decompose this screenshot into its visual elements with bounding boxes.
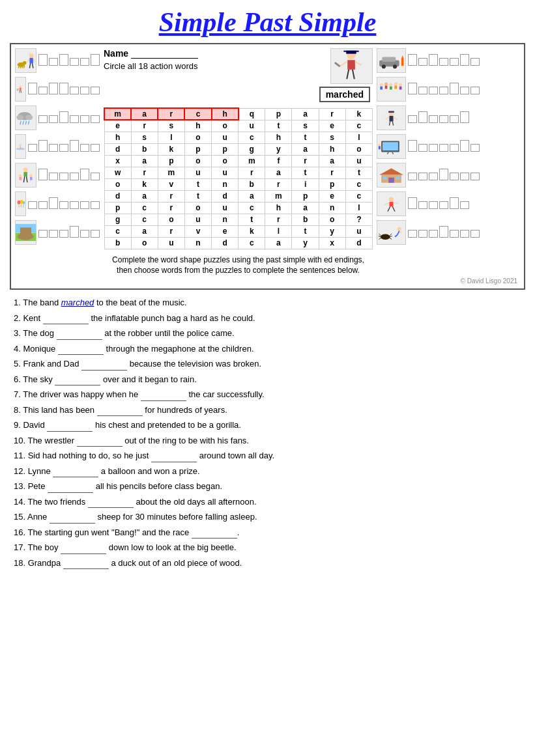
svg-line-96 — [384, 203, 389, 205]
svg-rect-73 — [394, 85, 397, 89]
ws-cell: c — [345, 190, 372, 202]
ws-cell: a — [292, 202, 319, 214]
svg-point-94 — [389, 197, 394, 202]
right-shape-row-4 — [408, 140, 520, 153]
ws-cell: b — [131, 143, 158, 155]
name-underline-field[interactable] — [131, 48, 197, 59]
svg-line-85 — [387, 152, 388, 154]
ws-cell: m — [265, 190, 292, 202]
svg-line-98 — [388, 206, 390, 211]
ws-cell: a — [265, 167, 292, 178]
ws-cell: e — [319, 120, 345, 132]
ws-cell: r — [265, 178, 292, 190]
ws-cell: u — [212, 202, 239, 214]
svg-line-24 — [23, 121, 23, 125]
svg-point-41 — [20, 200, 23, 204]
ws-cell: u — [184, 214, 211, 225]
ws-cell: v — [184, 225, 211, 237]
name-line: Name — [104, 48, 198, 59]
ws-cell: r — [319, 167, 345, 178]
right-row-3 — [377, 105, 520, 130]
right-row-5 — [377, 163, 520, 188]
sentence-15: 15. Anne sheep for 30 minutes before fal… — [14, 511, 521, 524]
ws-cell: h — [265, 132, 292, 143]
sentence-6: 6. The sky over and it began to rain. — [14, 373, 521, 386]
ws-cell: c — [104, 225, 131, 237]
ws-cell: b — [292, 214, 319, 225]
svg-line-35 — [27, 176, 27, 182]
image-person-dog — [15, 48, 36, 73]
header-area: Name Circle all 18 action words — [104, 48, 373, 102]
shape-row-6 — [28, 197, 100, 210]
ws-cell: a — [265, 237, 292, 249]
image-crouching — [377, 220, 406, 245]
ws-cell: g — [239, 143, 265, 155]
blank-14 — [88, 497, 134, 508]
sentence-10: 10. The wrestler out of the ring to be w… — [14, 434, 521, 447]
ws-cell: k — [158, 143, 184, 155]
ws-cell: c — [131, 202, 158, 214]
ws-cell: s — [319, 132, 345, 143]
ws-cell: u — [345, 225, 372, 237]
blank-17 — [61, 544, 106, 554]
svg-rect-88 — [379, 146, 381, 149]
name-label: Name — [104, 48, 128, 59]
svg-line-26 — [28, 121, 29, 125]
ws-cell: s — [292, 120, 319, 132]
ws-cell: w — [104, 167, 131, 178]
ws-cell: u — [345, 155, 372, 167]
sentence-14: 14. The two friends about the old days a… — [14, 496, 521, 509]
left-row-1 — [15, 48, 100, 73]
svg-point-42 — [23, 201, 25, 204]
ws-cell: p — [265, 108, 292, 120]
svg-point-63 — [393, 64, 397, 68]
svg-text:!: ! — [17, 89, 18, 91]
ws-cell: r — [158, 108, 184, 120]
left-column: ! — [15, 48, 100, 276]
wordsearch-grid: marchqparkershoutsechslouchtsldbkppgyaho… — [104, 107, 373, 249]
ws-cell: f — [265, 155, 292, 167]
ws-cell: o — [212, 120, 239, 132]
left-row-7 — [15, 220, 100, 245]
example-word-box: marched — [319, 87, 370, 102]
left-row-4 — [15, 134, 100, 159]
ws-cell: o — [184, 155, 211, 167]
sentence-11: 11. Sid had nothing to do, so he just ar… — [14, 449, 521, 462]
blank-11 — [151, 452, 197, 462]
ws-cell: v — [158, 178, 184, 190]
ws-cell: c — [345, 178, 372, 190]
ws-cell: c — [131, 214, 158, 225]
svg-line-31 — [20, 147, 23, 147]
shape-row-7 — [38, 226, 100, 239]
blank-9 — [47, 421, 93, 432]
svg-point-21 — [16, 115, 23, 120]
left-row-2: ! — [15, 77, 100, 102]
blank-15 — [50, 513, 95, 524]
blank-4 — [58, 344, 104, 355]
ws-cell: t — [184, 190, 211, 202]
svg-point-72 — [394, 83, 398, 86]
ws-cell: r — [292, 155, 319, 167]
ws-cell: r — [319, 108, 345, 120]
image-wrestler — [377, 191, 406, 216]
svg-point-87 — [378, 144, 381, 147]
ws-cell: t — [292, 167, 319, 178]
name-section: Name Circle all 18 action words — [104, 48, 198, 74]
ws-cell: p — [212, 143, 239, 155]
sentence-17: 17. The boy down low to look at the big … — [14, 541, 521, 554]
shape-row-1 — [38, 54, 100, 67]
svg-point-36 — [19, 175, 22, 177]
shape-row-2 — [28, 83, 100, 96]
right-shape-row-5 — [408, 169, 520, 182]
sentence-12: 12. Lynne a balloon and won a prize. — [14, 465, 521, 478]
sentence-5: 5. Frank and Dad because the television … — [14, 357, 521, 371]
image-landscape — [15, 220, 36, 245]
ws-cell: g — [104, 214, 131, 225]
svg-rect-95 — [389, 202, 393, 206]
image-person-baton — [330, 48, 373, 84]
ws-cell: r — [158, 225, 184, 237]
svg-rect-64 — [401, 59, 404, 66]
svg-rect-84 — [383, 142, 398, 150]
blank-6 — [55, 375, 100, 385]
svg-point-68 — [384, 83, 388, 86]
